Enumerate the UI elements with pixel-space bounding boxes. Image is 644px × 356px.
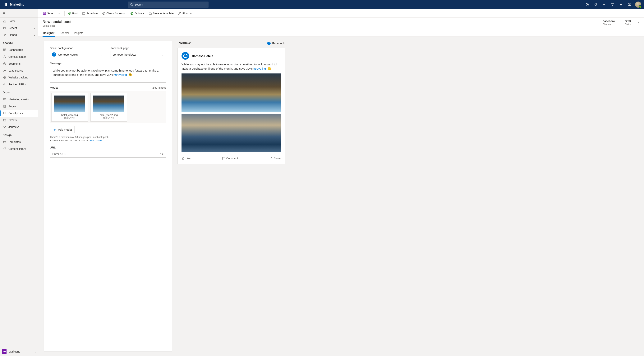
svg-rect-3 <box>4 4 4 5</box>
media-thumbnail[interactable]: hotel_view2.png 1800x1200 <box>90 93 127 122</box>
check-errors-button[interactable]: Check for errors <box>101 11 127 16</box>
nav-footer[interactable]: AN Marketing <box>0 347 38 356</box>
nav-pages[interactable]: Pages <box>0 103 38 110</box>
nav-events[interactable]: Events <box>0 117 38 124</box>
comment-icon <box>222 157 225 160</box>
save-dropdown[interactable] <box>57 11 62 16</box>
settings-icon[interactable] <box>617 0 625 9</box>
svg-rect-0 <box>4 3 4 4</box>
post-button[interactable]: Post <box>67 11 79 16</box>
nav-label: Social posts <box>8 112 23 115</box>
nav-section-analyze: Analyze <box>0 40 38 47</box>
nav-collapse-icon[interactable] <box>0 9 38 18</box>
save-button[interactable]: Save <box>42 11 54 16</box>
preview-comment-button[interactable]: Comment <box>222 157 238 160</box>
global-header: Marketing <box>0 0 644 9</box>
chevron-down-icon <box>58 12 61 15</box>
nav-home[interactable]: Home <box>0 18 38 25</box>
svg-rect-4 <box>5 4 6 5</box>
activate-button[interactable]: Activate <box>129 11 145 16</box>
global-search[interactable] <box>128 2 208 8</box>
nav-templates[interactable]: Templates <box>0 139 38 145</box>
globe-icon <box>3 76 6 79</box>
user-avatar[interactable] <box>635 2 641 8</box>
svg-point-11 <box>586 3 588 6</box>
nav-label: Pages <box>8 105 16 108</box>
url-input-wrapper <box>50 150 166 157</box>
app-title[interactable]: Marketing <box>10 3 24 6</box>
svg-line-10 <box>132 5 133 6</box>
area-badge: AN <box>2 349 6 354</box>
nav-label: Marketing emails <box>8 98 29 101</box>
main-content: Save Post Schedule Check for errors Acti… <box>38 9 644 356</box>
social-config-select[interactable]: f Contoso Hotels ⌄ <box>50 51 105 58</box>
nav-website-tracking[interactable]: Website tracking <box>0 74 38 81</box>
nav-label: Segments <box>8 62 20 65</box>
header-channel: Facebook Channel <box>603 20 615 26</box>
add-icon[interactable] <box>600 0 608 9</box>
nav-contact-center[interactable]: Contact center <box>0 53 38 60</box>
svg-point-15 <box>620 4 622 5</box>
tab-designer[interactable]: Designer <box>42 30 55 37</box>
nav-marketing-emails[interactable]: Marketing emails <box>0 96 38 103</box>
svg-rect-52 <box>44 14 45 15</box>
preview-share-button[interactable]: Share <box>270 157 281 160</box>
nav-label: Lead source <box>8 69 23 72</box>
nav-label: Website tracking <box>8 76 28 79</box>
link-icon[interactable] <box>160 152 164 155</box>
url-input[interactable] <box>52 152 160 156</box>
emoji-icon: 🙂 <box>128 73 132 76</box>
home-icon <box>3 20 6 23</box>
flow-button[interactable]: Flow <box>177 11 194 16</box>
filter-icon[interactable] <box>609 0 616 9</box>
header-expand-icon[interactable] <box>637 21 640 24</box>
schedule-button[interactable]: Schedule <box>81 11 99 16</box>
nav-social-posts[interactable]: Social posts <box>0 110 38 117</box>
search-input[interactable] <box>134 3 206 6</box>
svg-rect-25 <box>5 50 6 51</box>
thumbnail-image <box>93 96 124 112</box>
configuration-card: Social configuration f Contoso Hotels ⌄ … <box>44 41 172 351</box>
media-count: 2/30 images <box>152 86 166 89</box>
nav-label: Templates <box>8 140 21 143</box>
tab-insights[interactable]: Insights <box>74 30 84 37</box>
template-save-icon <box>149 12 152 15</box>
nav-journeys[interactable]: Journeys <box>0 124 38 130</box>
page-icon <box>3 105 6 108</box>
nav-label: Dashboards <box>8 48 23 51</box>
lightbulb-icon[interactable] <box>592 0 600 9</box>
tab-general[interactable]: General <box>59 30 70 37</box>
svg-rect-37 <box>4 112 6 114</box>
chevron-down-icon: ⌄ <box>33 33 36 37</box>
svg-rect-6 <box>4 5 4 6</box>
message-textarea[interactable]: While you may not be able to travel now,… <box>50 66 166 83</box>
calendar-icon <box>3 119 6 122</box>
nav-recent[interactable]: Recent⌄ <box>0 25 38 32</box>
tag-icon <box>3 147 6 150</box>
nav-segments[interactable]: Segments <box>0 60 38 67</box>
facebook-page-select[interactable]: contoso_hotels/cz ⌄ <box>110 51 166 58</box>
thumbnail-image <box>54 96 85 112</box>
share-icon <box>270 157 272 160</box>
preview-like-button[interactable]: Like <box>182 157 191 160</box>
svg-rect-51 <box>44 12 45 13</box>
save-as-template-button[interactable]: Save as template <box>148 11 175 16</box>
nav-label: Redirect URLs <box>8 83 26 86</box>
search-icon <box>130 3 133 6</box>
nav-section-design: Design <box>0 132 38 139</box>
learn-more-link[interactable]: Learn more <box>89 139 102 142</box>
task-icon[interactable] <box>584 0 591 9</box>
nav-redirect-urls[interactable]: Redirect URLs <box>0 81 38 88</box>
nav-pinned[interactable]: Pinned⌄ <box>0 32 38 38</box>
app-launcher-icon[interactable] <box>2 0 9 9</box>
help-icon[interactable] <box>626 0 633 9</box>
svg-rect-8 <box>6 5 7 6</box>
media-thumbnail[interactable]: hotel_view.png 1800x1200 <box>51 93 88 122</box>
record-header: New social post Social post Facebook Cha… <box>38 18 644 27</box>
nav-content-library[interactable]: Content library <box>0 145 38 152</box>
svg-point-29 <box>5 70 6 71</box>
add-media-button[interactable]: ＋ Add media <box>50 126 75 133</box>
nav-dashboards[interactable]: Dashboards <box>0 47 38 53</box>
check-circle-icon <box>130 12 134 15</box>
nav-lead-source[interactable]: Lead source <box>0 67 38 74</box>
